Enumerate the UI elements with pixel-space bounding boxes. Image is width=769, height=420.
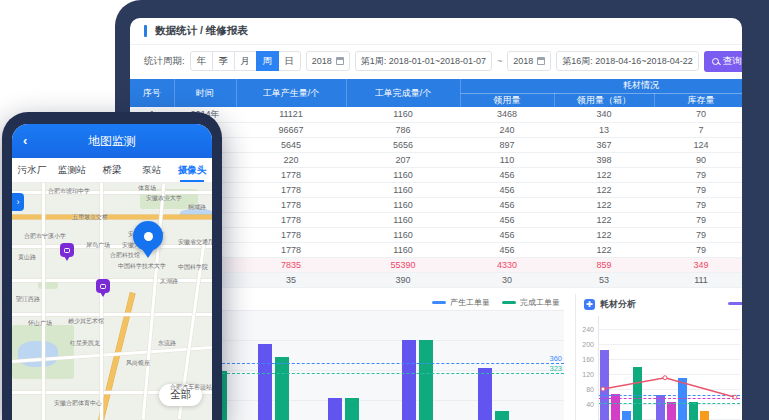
table-cell: 70 <box>654 107 742 122</box>
consumable-chart-title: 耗材分析 <box>600 298 636 311</box>
phone-tab-bar: 污水厂监测站桥梁泵站摄像头 <box>12 158 212 183</box>
table-cell: 1778 <box>236 167 346 182</box>
map-label: 合肥市宁溪小学 <box>24 232 66 241</box>
map-view[interactable]: › 全部 合肥市琥珀中学体育场安徽农业大学桐城路五里墩立交桥安徽医科大学合肥市宁… <box>12 183 212 420</box>
phone-tab-污水厂[interactable]: 污水厂 <box>12 158 52 182</box>
col-header-completed: 工单完成量/个 <box>346 79 460 107</box>
table-cell: 122 <box>554 227 654 242</box>
camera-marker[interactable] <box>96 279 110 293</box>
table-cell: 340 <box>554 107 654 122</box>
period-option-月[interactable]: 月 <box>234 51 257 71</box>
table-cell: 79 <box>654 212 742 227</box>
table-cell: 5656 <box>346 137 460 152</box>
table-cell: 367 <box>554 137 654 152</box>
breadcrumb: 数据统计 / 维修报表 <box>130 18 742 45</box>
table-cell: 220 <box>236 152 346 167</box>
map-label: 合肥汽车客运站 <box>170 383 212 392</box>
table-cell: 456 <box>460 212 554 227</box>
legend-swatch <box>502 301 516 304</box>
table-cell: 79 <box>654 182 742 197</box>
phone-tab-泵站[interactable]: 泵站 <box>132 158 172 182</box>
table-cell: 13 <box>554 122 654 137</box>
legend-label: 产生工单量 <box>450 297 490 308</box>
table-cell: 79 <box>654 197 742 212</box>
breadcrumb-text: 数据统计 / 维修报表 <box>155 24 248 38</box>
bar-完成工单量 <box>495 411 509 420</box>
table-cell: 456 <box>460 167 554 182</box>
phone-tab-桥梁[interactable]: 桥梁 <box>92 158 132 182</box>
map-label: 太湖路 <box>160 277 178 286</box>
period-option-周[interactable]: 周 <box>256 51 279 71</box>
col-header-created: 工单产生量/个 <box>236 79 346 107</box>
table-cell: 4330 <box>460 257 554 272</box>
table-cell: 7835 <box>236 257 346 272</box>
panel-expand-chip[interactable]: › <box>12 193 24 211</box>
consumable-chart: ✚ 耗材分析 2402001601208040 <box>575 294 742 420</box>
map-label: 赖少其艺术馆 <box>68 317 104 326</box>
col-header-index: 序号 <box>130 79 174 107</box>
y-tick-label: 80 <box>586 386 594 393</box>
sub-header-2: 领用量（箱） <box>554 93 654 107</box>
map-label: 桐城路 <box>188 203 206 212</box>
query-button[interactable]: 查询 <box>704 51 742 72</box>
y-tick-label: 160 <box>582 356 594 363</box>
col-header-time: 时间 <box>174 79 236 107</box>
sub-header-3: 库存量 <box>654 93 742 107</box>
table-cell: 122 <box>554 197 654 212</box>
map-label: 望江西路 <box>16 295 40 304</box>
reference-line: 323 <box>222 373 564 374</box>
table-cell: 111 <box>654 272 742 287</box>
table-cell: 5645 <box>236 137 346 152</box>
col-group-consumables: 耗材情况 <box>460 79 742 93</box>
table-cell: 456 <box>460 197 554 212</box>
selected-location-pin[interactable] <box>133 221 163 251</box>
map-label: 安徽省交通厅 <box>178 238 212 247</box>
start-week-value: 第1周: 2018-01-01~2018-01-07 <box>361 55 486 68</box>
trend-line <box>599 316 739 420</box>
period-label: 统计周期: <box>144 55 185 68</box>
table-cell: 96667 <box>236 122 346 137</box>
table-cell: 1160 <box>346 212 460 227</box>
period-option-季[interactable]: 季 <box>212 51 235 71</box>
map-label: 五里墩立交桥 <box>72 213 108 222</box>
pin-dot <box>144 232 153 241</box>
period-option-年[interactable]: 年 <box>190 51 213 71</box>
table-cell: 1778 <box>236 212 346 227</box>
phone-screen: ‹ 地图监测 污水厂监测站桥梁泵站摄像头 <box>12 124 212 420</box>
breadcrumb-accent-bar <box>144 25 147 37</box>
reference-line-label: 323 <box>549 364 562 373</box>
legend-label: 完成工单量 <box>520 297 560 308</box>
end-year-value: 2018 <box>513 56 533 66</box>
page: 数据统计 / 维修报表 统计周期: 年季月周日 2018 第1周: 2018-0… <box>0 0 769 420</box>
camera-marker[interactable] <box>60 243 74 257</box>
phone-tab-摄像头[interactable]: 摄像头 <box>172 158 212 182</box>
start-year-select[interactable]: 2018 <box>306 51 350 71</box>
start-week-select[interactable]: 第1周: 2018-01-01~2018-01-07 <box>355 51 492 71</box>
map-label: 中国科学技术大学 <box>118 262 166 271</box>
table-cell: 456 <box>460 227 554 242</box>
period-option-日[interactable]: 日 <box>278 51 301 71</box>
phone-mockup: ‹ 地图监测 污水厂监测站桥梁泵站摄像头 <box>2 112 222 420</box>
y-axis: 2402001601208040 <box>576 294 596 420</box>
bar-完成工单量 <box>419 340 433 420</box>
map-label: 安徽农业大学 <box>146 194 182 203</box>
query-button-label: 查询 <box>723 55 742 68</box>
table-cell: 786 <box>346 122 460 137</box>
table-cell: 207 <box>346 152 460 167</box>
legend-item: 完成工单量 <box>502 297 560 308</box>
legend-swatch <box>728 302 742 305</box>
y-tick-label: 40 <box>586 401 594 408</box>
back-icon[interactable]: ‹ <box>23 133 27 148</box>
bar-完成工单量 <box>275 357 289 420</box>
map-label: 合肥市琥珀中学 <box>48 187 90 196</box>
work-order-plot-area: 360323 <box>222 310 564 420</box>
y-tick-label: 240 <box>582 326 594 333</box>
end-week-value: 第16周: 2018-04-16~2018-04-22 <box>562 55 692 68</box>
phone-tab-监测站[interactable]: 监测站 <box>52 158 92 182</box>
period-segmented-control: 年季月周日 <box>190 51 301 71</box>
end-week-select[interactable]: 第16周: 2018-04-16~2018-04-22 <box>556 51 698 71</box>
end-year-select[interactable]: 2018 <box>507 51 551 71</box>
table-cell: 1160 <box>346 167 460 182</box>
start-year-value: 2018 <box>312 56 332 66</box>
calendar-icon <box>336 57 344 65</box>
